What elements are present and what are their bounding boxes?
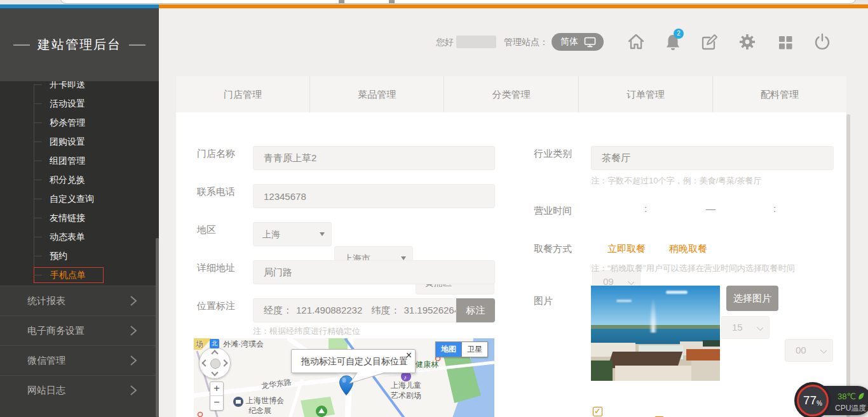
sidebar-item-reservation[interactable]: 预约 [0, 246, 159, 265]
sidebar-item-custom-query[interactable]: 自定义查询 [0, 189, 159, 208]
grid-apps-icon[interactable] [775, 31, 796, 53]
leaf-icon [858, 392, 865, 400]
chevron-right-icon [129, 355, 138, 366]
close-minute-select[interactable]: 00 [785, 339, 833, 362]
phone-input[interactable] [253, 184, 495, 208]
lng-value: 121.490882232 [296, 305, 362, 315]
chevron-down-icon [820, 347, 827, 354]
dropdown-arrow-icon [320, 232, 325, 236]
zoom-out-button[interactable]: − [210, 396, 223, 410]
industry-note: 注：字数不超过10个字，例：美食/粤菜/茶餐厅 [591, 175, 762, 187]
time-colon: : [773, 203, 776, 214]
region-label: 地区 [197, 224, 216, 236]
sidebar-group-ecommerce-settings[interactable]: 电子商务设置 [0, 315, 159, 345]
province-select[interactable]: 上海 [253, 222, 332, 246]
home-icon[interactable] [626, 31, 646, 53]
chevron-right-icon [129, 385, 138, 396]
pickup-note: 注：“稍晚取餐”用户可以选择在营业时间内选择取餐时间 [591, 263, 795, 274]
map-label-partial: 场 [196, 339, 203, 350]
baidu-map[interactable]: ♪ 场 外滩·湾璞会 龙华东路 健康林 上海儿童 艺术剧场 上海世博会 纪念展 … [194, 338, 494, 417]
sidebar-item-seckill-management[interactable]: 秒杀管理 [0, 113, 159, 132]
coordinates-box[interactable]: 经度：121.490882232 纬度：31.1952626403 [253, 298, 456, 322]
mark-location-button[interactable]: 标注 [456, 298, 495, 322]
map-label-expo: 上海世博会 [246, 395, 284, 406]
tab-store-management[interactable]: 门店管理 [176, 76, 310, 112]
edit-icon[interactable] [699, 31, 719, 53]
pan-down-icon[interactable] [211, 369, 218, 376]
pickup-label: 取餐方式 [534, 243, 572, 255]
browser-chrome-strip [0, 0, 868, 4]
gear-icon[interactable] [737, 31, 757, 53]
zoom-in-button[interactable]: + [210, 382, 223, 396]
sidebar-item-points-exchange[interactable]: 积分兑换 [0, 170, 159, 189]
sidebar-item-groupbuy-settings[interactable]: 团购设置 [0, 132, 159, 151]
industry-input[interactable] [591, 146, 834, 170]
sidebar-item-dynamic-forms[interactable]: 动态表单 [0, 227, 159, 246]
sidebar-item-mobile-ordering[interactable]: 手机点单 [0, 265, 159, 284]
browser-address-bar[interactable] [60, 0, 856, 4]
sidebar-menu: 开卡即送 活动设置 秒杀管理 团购设置 组团管理 积分兑换 自定义查询 友情链接… [0, 81, 159, 286]
lat-label: 纬度： [371, 305, 400, 315]
address-label: 详细地址 [197, 262, 235, 274]
monitor-icon [584, 37, 596, 48]
sidebar-groups: 统计报表 电子商务设置 微信管理 网站日志 [0, 286, 159, 417]
cpu-percent: 77 [803, 394, 817, 407]
map-label-bund: 外滩·湾璞会 [223, 339, 264, 350]
sidebar-item-team-management[interactable]: 组团管理 [0, 151, 159, 170]
pan-up-icon[interactable] [211, 350, 218, 357]
tooltip-pointer [348, 373, 386, 384]
tab-order-management[interactable]: 订单管理 [579, 76, 713, 112]
choose-image-button[interactable]: 选择图片 [726, 286, 778, 311]
chevron-right-icon [129, 295, 138, 307]
sidebar-group-wechat-management[interactable]: 微信管理 [0, 345, 159, 375]
address-bar-text-fragment [389, 0, 395, 3]
sidebar-item-friend-links[interactable]: 友情链接 [0, 208, 159, 227]
store-photo-thumbnail [591, 286, 720, 381]
sidebar-item-activity-settings[interactable]: 活动设置 [0, 94, 159, 113]
pickup-now-checkbox[interactable] [593, 407, 602, 416]
map-pan-control[interactable] [199, 347, 231, 379]
phone-label: 联系电话 [197, 186, 235, 198]
pickup-later-label[interactable]: 稍晚取餐 [669, 243, 707, 255]
sidebar-item-card-delivery[interactable]: 开卡即送 [0, 81, 159, 94]
chevron-down-icon [628, 279, 634, 285]
location-note: 注：根据经纬度进行精确定位 [253, 326, 360, 337]
industry-label: 行业类别 [534, 148, 572, 160]
greeting-text: 您好 [436, 37, 454, 48]
hours-label: 营业时间 [534, 205, 572, 217]
sidebar-scrollbar-thumb[interactable] [156, 238, 159, 417]
sidebar-title: 建站管理后台 [13, 36, 146, 53]
map-north-badge: 北 [210, 339, 219, 348]
lat-value: 31.1952626403 [403, 305, 456, 315]
map-tooltip: 拖动标注可自定义目标位置 × [291, 349, 416, 373]
cpu-usage-gauge[interactable]: 77% [794, 382, 831, 417]
map-type-toggle: 地图 卫星 [435, 341, 488, 357]
pickup-now-label[interactable]: 立即取餐 [607, 243, 646, 255]
accent-bar-orange [159, 4, 868, 8]
tooltip-close-icon[interactable]: × [406, 350, 412, 361]
pan-center-knob[interactable] [210, 359, 220, 369]
sidebar-group-stats-reports[interactable]: 统计报表 [0, 286, 159, 315]
map-type-map-button[interactable]: 地图 [435, 341, 461, 357]
sidebar: 建站管理后台 开卡即送 活动设置 秒杀管理 团购设置 组团管理 积分兑换 自定义… [0, 8, 159, 417]
tab-ingredient-management[interactable]: 配料管理 [713, 76, 846, 112]
module-tabs: 门店管理 菜品管理 分类管理 订单管理 配料管理 [176, 76, 846, 112]
power-icon[interactable] [812, 31, 832, 53]
sidebar-brand: 建站管理后台 [0, 8, 159, 81]
pan-left-icon[interactable] [201, 359, 208, 366]
image-label: 图片 [534, 295, 553, 307]
content-scrollbar-thumb[interactable] [846, 114, 850, 417]
language-site-pill[interactable]: 简体 [552, 33, 604, 51]
map-label-theater: 艺术剧场 [391, 390, 421, 401]
store-name-input[interactable] [253, 146, 495, 170]
time-dash: — [706, 203, 715, 214]
pan-right-icon[interactable] [220, 359, 227, 366]
username-redacted [456, 36, 496, 48]
close-hour-select[interactable]: 15 [721, 316, 770, 339]
map-type-satellite-button[interactable]: 卫星 [461, 341, 488, 357]
address-input[interactable] [253, 260, 495, 284]
tab-category-management[interactable]: 分类管理 [444, 76, 578, 112]
language-label: 简体 [560, 36, 578, 48]
tab-dish-management[interactable]: 菜品管理 [310, 76, 444, 112]
sidebar-group-site-logs[interactable]: 网站日志 [0, 375, 159, 405]
